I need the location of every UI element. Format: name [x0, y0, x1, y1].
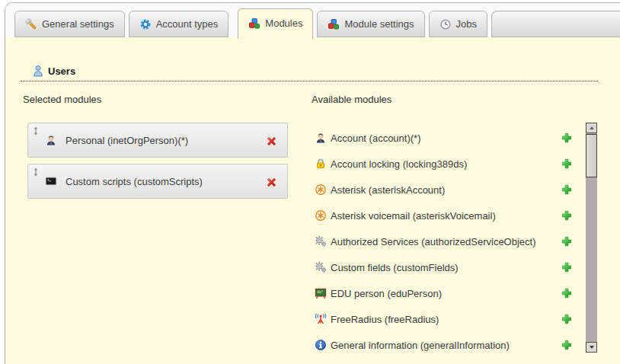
gears-icon: [315, 235, 327, 247]
configuration-panel: General settingsAccount typesModulesModu…: [5, 2, 620, 364]
selected-modules-label: Selected modules: [23, 94, 101, 105]
available-module-item: Custom fields (customFields): [315, 254, 573, 280]
tab-bar: General settingsAccount typesModulesModu…: [5, 3, 620, 37]
info-icon: [315, 339, 327, 351]
available-module-label: Authorized Services (authorizedServiceOb…: [331, 236, 536, 247]
wrench-icon: [25, 18, 37, 30]
add-icon[interactable]: [561, 261, 573, 273]
modules-blocks-icon: [328, 18, 340, 30]
antenna-icon: [315, 313, 327, 325]
available-module-label: EDU person (eduPerson): [331, 288, 442, 299]
tab-modules[interactable]: Modules: [238, 8, 313, 39]
modules-tab-content: Users Selected modules Available modules…: [5, 37, 620, 364]
add-icon[interactable]: [561, 235, 573, 247]
selected-module-item: Custom scripts (customScripts): [27, 164, 288, 199]
selected-module-label: Personal (inetOrgPerson)(*): [66, 135, 188, 146]
scrollbar-up-button[interactable]: [586, 123, 597, 133]
available-module-label: Custom fields (customFields): [331, 262, 459, 273]
available-module-label: General information (generalInformation): [331, 340, 510, 351]
selected-module-label: Custom scripts (customScripts): [66, 176, 203, 187]
selected-module-item: Personal (inetOrgPerson)(*): [27, 123, 288, 158]
scrollbar-thumb[interactable]: [586, 134, 597, 177]
add-icon[interactable]: [561, 158, 573, 170]
available-module-item: General information (generalInformation): [315, 332, 573, 358]
selected-modules-list: Personal (inetOrgPerson)(*)Custom script…: [27, 123, 288, 205]
available-module-label: Asterisk (asteriskAccount): [331, 184, 445, 196]
users-section-title: Users: [48, 65, 75, 77]
available-module-item: Account (account)(*): [315, 125, 573, 151]
tab-jobs[interactable]: Jobs: [429, 11, 487, 37]
drag-handle-icon[interactable]: [32, 126, 40, 136]
lock-icon: [315, 158, 327, 170]
clock-icon: [439, 18, 452, 30]
tab-label: Account types: [156, 18, 219, 30]
available-module-item: FreeRadius (freeRadius): [315, 306, 573, 332]
available-module-item: EDU person (eduPerson): [315, 280, 573, 306]
available-module-label: FreeRadius (freeRadius): [331, 314, 439, 325]
person-icon: [315, 132, 327, 144]
available-module-item: Asterisk voicemail (asteriskVoicemail): [315, 203, 573, 228]
tab-bar-filler: [491, 11, 620, 37]
tab-label: Module settings: [344, 18, 414, 30]
available-modules-scrollbar[interactable]: [586, 123, 597, 353]
add-icon[interactable]: [561, 287, 573, 299]
add-icon[interactable]: [561, 132, 573, 144]
add-icon[interactable]: [561, 209, 573, 222]
tab-label: General settings: [42, 18, 114, 30]
gears-icon: [315, 261, 327, 273]
add-icon[interactable]: [561, 339, 573, 351]
tab-general-settings[interactable]: General settings: [14, 11, 125, 37]
available-modules-label: Available modules: [312, 94, 391, 105]
available-module-label: Asterisk voicemail (asteriskVoicemail): [331, 210, 496, 222]
tab-label: Modules: [265, 18, 302, 29]
asterisk-icon: [315, 184, 327, 196]
available-module-item: Account locking (locking389ds): [315, 151, 573, 177]
tab-account-types[interactable]: Account types: [129, 11, 229, 37]
available-module-item: Asterisk (asteriskAccount): [315, 177, 573, 203]
delete-icon[interactable]: [265, 176, 278, 189]
tab-label: Jobs: [456, 18, 477, 30]
user-icon: [33, 65, 43, 77]
available-modules-list: Account (account)(*)Account locking (loc…: [315, 125, 573, 358]
asterisk-icon: [315, 209, 327, 222]
delete-icon[interactable]: [265, 135, 278, 148]
scrollbar-down-button[interactable]: [586, 342, 597, 353]
available-module-label: Account (account)(*): [331, 133, 421, 144]
chalkboard-icon: [315, 287, 327, 299]
account-types-gear-icon: [139, 18, 152, 30]
terminal-icon: [45, 175, 57, 187]
person-icon: [45, 134, 57, 146]
drag-handle-icon[interactable]: [32, 168, 40, 177]
add-icon[interactable]: [561, 313, 573, 325]
add-icon[interactable]: [561, 184, 573, 196]
modules-blocks-icon: [248, 18, 260, 30]
users-section-header: Users: [21, 65, 598, 81]
tab-module-settings[interactable]: Module settings: [317, 11, 424, 37]
available-module-item: Authorized Services (authorizedServiceOb…: [315, 228, 573, 254]
available-module-label: Account locking (locking389ds): [331, 158, 467, 170]
